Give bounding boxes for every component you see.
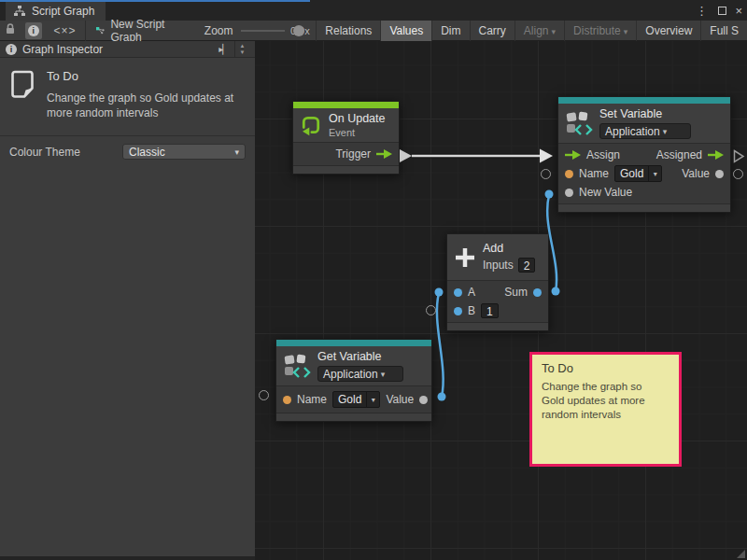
- code-view-button[interactable]: <×>: [46, 24, 85, 37]
- new-graph-icon: [96, 25, 105, 36]
- name-value: Gold: [333, 392, 366, 407]
- number-port-icon[interactable]: [454, 288, 462, 297]
- flow-arrow-icon: [565, 150, 581, 160]
- dim-button[interactable]: Dim: [431, 21, 469, 41]
- node-header[interactable]: Add Inputs 2: [447, 234, 548, 281]
- graph-inspector-panel: i Graph Inspector ▸▏ ▲▼ To Do Change the…: [0, 41, 255, 556]
- number-port-icon[interactable]: [454, 307, 462, 315]
- node-header[interactable]: Set Variable Application ▾: [558, 104, 730, 144]
- flow-arrow-icon: [376, 149, 392, 159]
- string-port-icon[interactable]: [283, 396, 291, 404]
- inspector-header: i Graph Inspector ▸▏ ▲▼: [0, 41, 255, 58]
- node-accent-bar: [558, 97, 730, 104]
- overview-button[interactable]: Overview: [636, 21, 700, 41]
- port-row-assign[interactable]: Assign Assigned: [558, 146, 730, 164]
- node-set-variable[interactable]: Set Variable Application ▾ Assign Assign…: [557, 96, 731, 213]
- node-header[interactable]: Get Variable Application ▾: [276, 346, 431, 386]
- window-maximize-icon[interactable]: [718, 0, 726, 21]
- node-get-variable[interactable]: Get Variable Application ▾ Name Gold ▾: [275, 339, 432, 422]
- node-footer: [276, 413, 431, 421]
- window-close-icon[interactable]: ×: [735, 0, 742, 21]
- chevron-down-icon: ▾: [366, 392, 379, 407]
- port-row-new-value[interactable]: New Value: [558, 183, 730, 202]
- sticky-note[interactable]: To Do Change the graph so Gold updates a…: [529, 352, 682, 467]
- bottom-strip: [0, 556, 255, 560]
- sticky-note-line: Change the graph so: [542, 380, 669, 394]
- values-button[interactable]: Values: [380, 21, 431, 41]
- sticky-note-title: To Do: [542, 361, 669, 375]
- colour-theme-value: Classic: [129, 146, 165, 159]
- fullscreen-button[interactable]: Full S: [700, 21, 747, 41]
- align-button[interactable]: Align▾: [514, 21, 564, 41]
- todo-summary: To Do Change the graph so Gold updates a…: [0, 58, 255, 130]
- align-label: Align: [524, 24, 549, 37]
- name-value-dropdown[interactable]: Gold ▾: [332, 391, 380, 408]
- number-port-icon[interactable]: [533, 288, 542, 297]
- node-add[interactable]: Add Inputs 2 A Sum: [446, 233, 549, 331]
- graph-tab-icon: [13, 6, 26, 17]
- connected-port-dot: [545, 190, 554, 199]
- port-a-label: A: [468, 286, 475, 299]
- panel-scroll-spinner[interactable]: ▲▼: [234, 41, 249, 58]
- relations-button[interactable]: Relations: [316, 21, 380, 41]
- b-value-field[interactable]: 1: [481, 303, 499, 318]
- info-icon: i: [28, 25, 39, 36]
- string-port-icon[interactable]: [565, 170, 573, 178]
- node-title: Set Variable: [599, 107, 691, 120]
- node-header[interactable]: On Update Event: [293, 108, 399, 143]
- value-port-icon[interactable]: [715, 170, 724, 178]
- zoom-label: Zoom: [204, 24, 233, 37]
- window-resize-grip[interactable]: [737, 550, 745, 558]
- chevron-down-icon: ▾: [663, 127, 668, 136]
- unity-window: Script Graph ⋮ × i <×> New Script Graph: [0, 0, 747, 560]
- value-connection-value-a: [437, 293, 444, 397]
- value-port-icon[interactable]: [419, 396, 428, 404]
- name-value-dropdown[interactable]: Gold ▾: [614, 165, 662, 182]
- port-row-name[interactable]: Name Gold ▾ Value: [558, 164, 730, 183]
- variable-icon: [283, 353, 311, 379]
- unconnected-flow-port-icon[interactable]: [733, 149, 745, 163]
- dock-panel-icon[interactable]: ▸▏: [218, 44, 229, 54]
- node-on-update[interactable]: On Update Event Trigger: [292, 101, 400, 175]
- on-update-icon: [300, 114, 322, 136]
- variable-scope-dropdown[interactable]: Application ▾: [599, 123, 691, 139]
- inspector-toggle-button[interactable]: i: [25, 22, 42, 39]
- inputs-count-field[interactable]: 2: [518, 258, 536, 273]
- distribute-button[interactable]: Distribute▾: [564, 21, 636, 41]
- carry-button[interactable]: Carry: [470, 21, 514, 41]
- unconnected-value-port-icon[interactable]: [733, 169, 743, 179]
- unconnected-value-port-icon[interactable]: [541, 169, 551, 179]
- connected-port-dot: [438, 393, 446, 401]
- port-row-name[interactable]: Name Gold ▾ Value: [276, 388, 431, 411]
- chevron-down-icon: ▾: [381, 370, 386, 379]
- zoom-slider-track: [241, 30, 285, 32]
- port-new-value-label: New Value: [579, 186, 632, 199]
- node-title: Get Variable: [317, 350, 403, 363]
- node-title: Add: [483, 242, 535, 255]
- new-script-graph-button[interactable]: New Script Graph: [85, 18, 178, 44]
- chevron-down-icon: ▾: [648, 166, 661, 181]
- chevron-down-icon: ▾: [624, 27, 628, 36]
- zoom-slider[interactable]: [241, 21, 285, 41]
- colour-theme-dropdown[interactable]: Classic ▾: [122, 144, 246, 160]
- value-port-icon[interactable]: [565, 189, 573, 197]
- port-row-a[interactable]: A Sum: [447, 283, 548, 301]
- node-accent-bar: [276, 340, 431, 346]
- port-sum-label: Sum: [504, 286, 528, 299]
- zoom-slider-handle[interactable]: [293, 25, 304, 36]
- graph-canvas[interactable]: On Update Event Trigger: [255, 41, 747, 560]
- lock-button[interactable]: [0, 22, 21, 38]
- window-menu-icon[interactable]: ⋮: [696, 0, 708, 21]
- unconnected-value-port-icon[interactable]: [426, 305, 436, 315]
- variable-scope-dropdown[interactable]: Application ▾: [317, 366, 403, 382]
- connected-port-dot: [552, 287, 560, 296]
- port-b-label: B: [468, 304, 475, 317]
- unconnected-value-port-icon[interactable]: [259, 390, 269, 400]
- port-row-b[interactable]: B 1: [447, 301, 548, 320]
- scope-value: Application: [605, 125, 660, 138]
- todo-description: Change the graph so Gold updates at more…: [47, 91, 245, 120]
- port-trigger[interactable]: Trigger: [293, 145, 399, 163]
- port-name-label: Name: [297, 393, 327, 406]
- sticky-note-line: random intervals: [542, 408, 669, 422]
- connected-port-dot: [435, 288, 444, 297]
